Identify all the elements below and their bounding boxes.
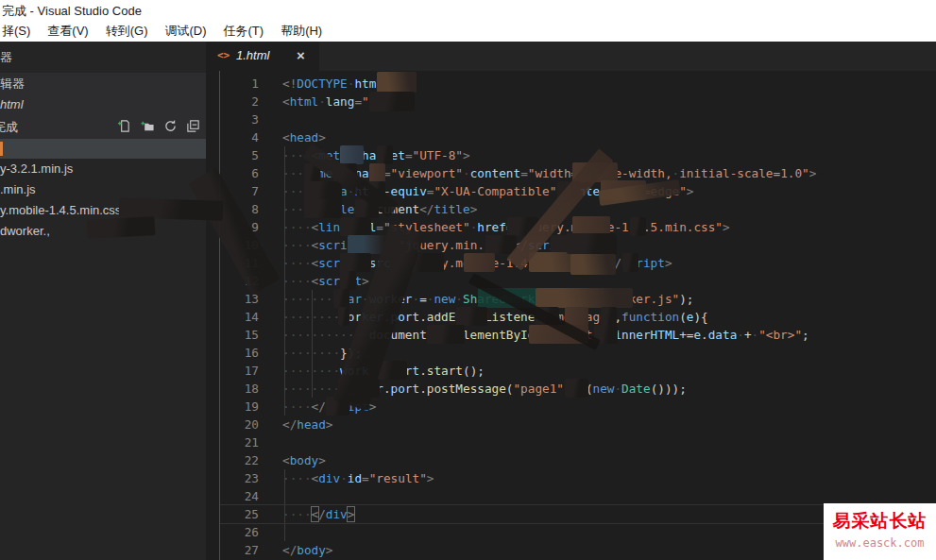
html-file-icon: <>: [217, 49, 230, 61]
line-number[interactable]: 27: [220, 541, 259, 559]
code-line-8[interactable]: 8····<title>Document</title>: [220, 200, 936, 218]
code-text: ····<div·id="result">: [282, 469, 434, 487]
code-text: ····<script>: [282, 272, 369, 290]
code-line-5[interactable]: 5····<meta·charset="UTF-8">: [220, 146, 936, 164]
bracket-match-box: [311, 506, 319, 522]
tab-bar: <> 1.html ×: [206, 42, 936, 71]
new-folder-icon[interactable]: [140, 119, 155, 133]
line-number[interactable]: 17: [220, 362, 259, 380]
folder-actions: [117, 119, 200, 133]
line-number[interactable]: 3: [220, 110, 259, 128]
code-line-20[interactable]: 20</head>: [220, 416, 936, 433]
code-line-16[interactable]: 16········});: [220, 344, 936, 362]
line-number[interactable]: 22: [220, 451, 259, 469]
line-number[interactable]: 6: [220, 164, 259, 182]
file-item[interactable]: dworker.,: [0, 221, 206, 242]
code-line-21[interactable]: 21: [220, 433, 936, 451]
code-line-15[interactable]: 15············document.getElementById("r…: [220, 326, 936, 344]
line-number[interactable]: 25: [220, 505, 259, 523]
tab-1html[interactable]: <> 1.html ×: [206, 42, 319, 71]
vscode-window: 完成 - Visual Studio Code 择(S)查看(V)转到(G)调试…: [0, 0, 936, 560]
line-number[interactable]: 12: [220, 272, 259, 290]
code-text: <head>: [282, 128, 326, 146]
code-line-12[interactable]: 12····<script>: [220, 272, 936, 290]
line-number[interactable]: 26: [220, 523, 259, 541]
line-number[interactable]: 11: [220, 254, 259, 272]
code-text: ············document.getElementById("res…: [282, 326, 809, 344]
collapse-all-icon[interactable]: [186, 119, 200, 133]
menu-item-2[interactable]: 转到(G): [97, 21, 157, 42]
code-line-2[interactable]: 2<html·lang="en">: [220, 93, 936, 110]
menu-item-1[interactable]: 查看(V): [39, 21, 96, 42]
code-text: ········worker.port.start();: [282, 362, 485, 380]
code-line-17[interactable]: 17········worker.port.start();: [220, 362, 936, 380]
menu-item-5[interactable]: 帮助(H): [272, 21, 331, 42]
line-number[interactable]: 19: [220, 398, 259, 416]
code-text: ····<script·src="jquery.mobile-1.4.5.min…: [282, 254, 672, 272]
line-number[interactable]: 1: [220, 75, 259, 93]
code-text: <!DOCTYPE·html>: [282, 75, 391, 93]
code-editor[interactable]: 1<!DOCTYPE·html>2<html·lang="en">34<head…: [220, 71, 936, 560]
code-text: ········worker.port.postMessage("page1"·…: [282, 380, 687, 398]
code-line-13[interactable]: 13········var·worker·=·new·SharedWorker(…: [220, 290, 936, 308]
code-line-4[interactable]: 4<head>: [220, 128, 936, 146]
line-number[interactable]: 20: [220, 416, 259, 433]
code-line-9[interactable]: 9····<link·rel="stylesheet"·href="jquery…: [220, 218, 936, 236]
line-number[interactable]: 15: [220, 326, 259, 344]
code-line-22[interactable]: 22<body>: [220, 451, 936, 469]
menu-item-3[interactable]: 调试(D): [156, 21, 214, 42]
folder-section-header[interactable]: 完成: [0, 115, 206, 139]
file-item[interactable]: y-3.2.1.min.js: [0, 159, 206, 179]
code-text: </head>: [282, 416, 332, 433]
code-line-6[interactable]: 6····<meta·name="viewport"·content="widt…: [220, 164, 936, 182]
title-bar: 完成 - Visual Studio Code: [0, 0, 936, 21]
line-number[interactable]: 24: [220, 487, 259, 505]
line-number[interactable]: 13: [220, 290, 259, 308]
file-icon-fragment: [0, 142, 3, 156]
tab-label: 1.html: [236, 48, 269, 62]
menu-item-0[interactable]: 择(S): [0, 21, 39, 42]
window-title: 完成 - Visual Studio Code: [2, 3, 142, 20]
menu-item-4[interactable]: 任务(T): [215, 21, 273, 42]
file-item[interactable]: y.mobile-1.4.5.min.css: [0, 200, 206, 221]
code-line-18[interactable]: 18········worker.port.postMessage("page1…: [220, 380, 936, 398]
line-number[interactable]: 18: [220, 380, 259, 398]
tab-close-icon[interactable]: ×: [297, 47, 305, 63]
code-line-23[interactable]: 23····<div·id="result">: [220, 469, 936, 487]
code-text: ····<meta·charset="UTF-8">: [282, 146, 470, 164]
line-number[interactable]: 23: [220, 469, 259, 487]
code-text: ····<script·src="jquery.min.js"></script…: [282, 236, 578, 254]
line-number[interactable]: 4: [220, 128, 259, 146]
line-number[interactable]: 8: [220, 200, 259, 218]
code-line-7[interactable]: 7····<meta·http-equiv="X-UA-Compatible"·…: [220, 182, 936, 200]
line-number[interactable]: 2: [220, 93, 259, 110]
open-editors-header[interactable]: 辑器: [0, 73, 206, 94]
line-number[interactable]: 10: [220, 236, 259, 254]
new-file-icon[interactable]: [117, 119, 131, 133]
line-number[interactable]: 21: [220, 433, 259, 451]
code-line-3[interactable]: 3: [220, 110, 936, 128]
explorer-sidebar: 器 辑器 html 完成 y-3.2.1.min.js.min.jsy.mobi…: [0, 42, 206, 560]
refresh-icon[interactable]: [163, 119, 178, 133]
explorer-title: 器: [0, 42, 206, 73]
code-line-14[interactable]: 14········worker.port.addEventListener("…: [220, 308, 936, 326]
code-text: ····<meta·name="viewport"·content="width…: [282, 164, 816, 182]
line-number[interactable]: 14: [220, 308, 259, 326]
code-text: ····<link·rel="stylesheet"·href="jquery.…: [282, 218, 730, 236]
line-number[interactable]: 16: [220, 344, 259, 362]
line-number[interactable]: 5: [220, 146, 259, 164]
open-editor-item[interactable]: html: [0, 94, 206, 115]
code-line-19[interactable]: 19····</script>: [220, 398, 936, 416]
code-area[interactable]: 1<!DOCTYPE·html>2<html·lang="en">34<head…: [220, 75, 936, 559]
code-line-1[interactable]: 1<!DOCTYPE·html>: [220, 75, 936, 93]
file-item[interactable]: .min.js: [0, 179, 206, 200]
selected-file-row[interactable]: [0, 139, 206, 159]
code-line-11[interactable]: 11····<script·src="jquery.mobile-1.4.5.m…: [220, 254, 936, 272]
menu-bar: 择(S)查看(V)转到(G)调试(D)任务(T)帮助(H): [0, 21, 936, 42]
code-text: ····<title>Document</title>: [282, 200, 477, 218]
code-text: <html·lang="en">: [282, 93, 398, 110]
watermark: 易采站长站 www.easck.com: [824, 503, 936, 560]
line-number[interactable]: 7: [220, 182, 259, 200]
code-line-10[interactable]: 10····<script·src="jquery.min.js"></scri…: [220, 236, 936, 254]
line-number[interactable]: 9: [220, 218, 259, 236]
